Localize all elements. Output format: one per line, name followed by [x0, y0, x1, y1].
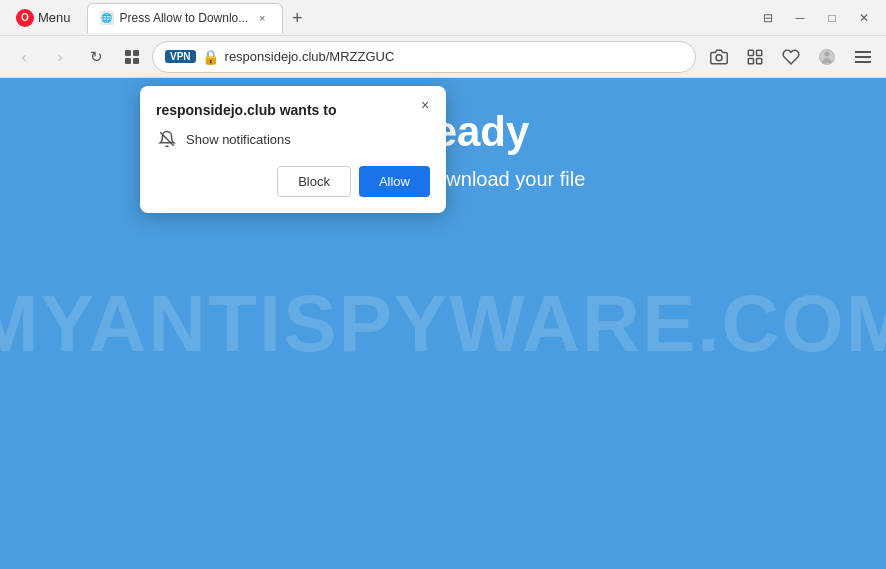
- nav-bar: ‹ › ↻ VPN 🔒 responsidejo.club/MRZZGUC: [0, 36, 886, 78]
- maximize-button[interactable]: □: [818, 4, 846, 32]
- popup-notification-label: Show notifications: [186, 132, 291, 147]
- notification-popup: × responsidejo.club wants to Show notifi…: [140, 86, 446, 213]
- vpn-badge: VPN: [165, 50, 196, 63]
- hamburger-line2: [855, 56, 871, 58]
- favorites-icon-button[interactable]: [776, 42, 806, 72]
- active-tab[interactable]: 🌐 Press Allow to Downlo... ×: [87, 3, 284, 33]
- camera-icon-button[interactable]: [704, 42, 734, 72]
- close-button[interactable]: ✕: [850, 4, 878, 32]
- svg-rect-5: [748, 50, 753, 55]
- allow-button[interactable]: Allow: [359, 166, 430, 197]
- notification-icon: [156, 128, 178, 150]
- block-button[interactable]: Block: [277, 166, 351, 197]
- popup-title: responsidejo.club wants to: [156, 102, 430, 118]
- pin-button[interactable]: ⊟: [754, 4, 782, 32]
- tab-title: Press Allow to Downlo...: [120, 11, 249, 25]
- popup-close-button[interactable]: ×: [414, 94, 436, 116]
- menu-label: Menu: [38, 10, 71, 25]
- reload-button[interactable]: ↻: [80, 41, 112, 73]
- hamburger-line1: [855, 51, 871, 53]
- forward-button[interactable]: ›: [44, 41, 76, 73]
- svg-rect-0: [125, 50, 131, 56]
- watermark: MYANTISPYWARE.COM: [0, 278, 886, 370]
- browser-frame: O Menu 🌐 Press Allow to Downlo... × + ⊟ …: [0, 0, 886, 569]
- hamburger-line3: [855, 61, 871, 63]
- window-controls: ⊟ ─ □ ✕: [754, 4, 878, 32]
- svg-rect-1: [133, 50, 139, 56]
- new-tab-button[interactable]: +: [283, 5, 311, 33]
- svg-point-4: [716, 54, 722, 60]
- grid-button[interactable]: [116, 41, 148, 73]
- svg-rect-2: [125, 58, 131, 64]
- minimize-button[interactable]: ─: [786, 4, 814, 32]
- title-bar: O Menu 🌐 Press Allow to Downlo... × + ⊟ …: [0, 0, 886, 36]
- account-icon-button[interactable]: [812, 42, 842, 72]
- extension-icon-button[interactable]: [740, 42, 770, 72]
- url-text: responsidejo.club/MRZZGUC: [225, 49, 395, 64]
- tabs-area: 🌐 Press Allow to Downlo... × +: [83, 3, 742, 33]
- svg-rect-6: [757, 50, 762, 55]
- tab-favicon: 🌐: [100, 11, 114, 25]
- nav-icons: [704, 42, 878, 72]
- page-content: MYANTISPYWARE.COM Is Ready Click Allow t…: [0, 78, 886, 569]
- svg-rect-8: [757, 58, 762, 63]
- back-button[interactable]: ‹: [8, 41, 40, 73]
- svg-rect-7: [748, 58, 753, 63]
- svg-rect-3: [133, 58, 139, 64]
- lock-icon: 🔒: [202, 49, 219, 65]
- popup-buttons: Block Allow: [156, 166, 430, 197]
- svg-point-10: [825, 51, 830, 56]
- opera-icon: O: [16, 9, 34, 27]
- address-bar[interactable]: VPN 🔒 responsidejo.club/MRZZGUC: [152, 41, 696, 73]
- opera-menu[interactable]: O Menu: [8, 5, 79, 31]
- main-menu-button[interactable]: [848, 42, 878, 72]
- popup-notification-row: Show notifications: [156, 128, 430, 150]
- tab-close-button[interactable]: ×: [254, 10, 270, 26]
